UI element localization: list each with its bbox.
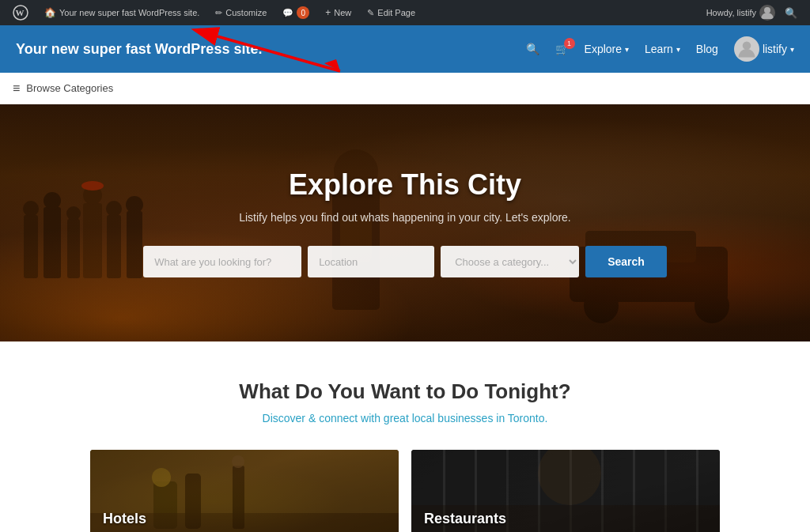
explore-section: What Do You Want to Do Tonight? Discover…	[0, 341, 810, 532]
svg-rect-4	[24, 215, 38, 278]
hero-section: Explore This City Listify helps you find…	[0, 104, 810, 341]
edit-page-button[interactable]: ✎ Edit Page	[361, 0, 422, 25]
nav-blog[interactable]: Blog	[696, 43, 718, 55]
section-subtitle: Discover & connect with great local busi…	[16, 412, 794, 424]
nav-explore[interactable]: Explore ▾	[585, 43, 629, 55]
wp-logo-button[interactable]: W	[6, 0, 35, 25]
svg-rect-13	[107, 215, 121, 278]
hotels-card[interactable]: Hotels	[90, 450, 399, 532]
howdy-text: Howdy, listify	[706, 5, 775, 21]
hero-search-form: Choose a category... Search	[143, 246, 667, 277]
svg-point-14	[106, 201, 122, 217]
comments-count: 0	[297, 6, 309, 19]
browse-categories-button[interactable]: ≡ Browse Categories	[13, 81, 113, 96]
chevron-down-icon: ▾	[676, 45, 680, 54]
restaurants-card[interactable]: Restaurants	[411, 450, 720, 532]
site-name-admin[interactable]: 🏠 Your new super fast WordPress site.	[38, 0, 206, 25]
browse-categories-label: Browse Categories	[26, 82, 113, 94]
site-header: Your new super fast WordPress site. 🔍 🛒 …	[0, 25, 810, 73]
svg-rect-6	[44, 207, 61, 278]
search-location-input[interactable]	[308, 246, 434, 277]
restaurants-label: Restaurants	[411, 501, 519, 532]
user-name: listify	[763, 43, 787, 55]
svg-point-2	[764, 7, 770, 13]
cart-count: 1	[564, 38, 575, 49]
chevron-down-icon: ▾	[790, 45, 794, 54]
new-button[interactable]: + New	[319, 0, 358, 25]
svg-point-5	[23, 201, 39, 217]
nav-explore-label: Explore	[585, 43, 622, 55]
chevron-down-icon: ▾	[625, 45, 629, 54]
customize-button[interactable]: ✏ Customize	[209, 0, 273, 25]
svg-point-22	[584, 289, 619, 323]
svg-point-12	[81, 181, 104, 191]
svg-point-3	[743, 41, 751, 50]
pencil-icon: ✎	[367, 8, 374, 18]
nav-learn[interactable]: Learn ▾	[645, 43, 680, 55]
search-keyword-input[interactable]	[143, 246, 301, 277]
category-select[interactable]: Choose a category...	[441, 246, 579, 277]
comments-button[interactable]: 💬 0	[276, 0, 316, 25]
svg-point-9	[66, 206, 81, 221]
section-title: What Do You Want to Do Tonight?	[16, 379, 794, 404]
nav-learn-label: Learn	[645, 43, 673, 55]
search-button[interactable]: Search	[585, 246, 667, 277]
hotels-label: Hotels	[90, 501, 159, 532]
search-icon-header[interactable]: 🔍	[526, 43, 539, 55]
admin-bar: W 🏠 Your new super fast WordPress site. …	[0, 0, 810, 25]
admin-search-icon[interactable]: 🔍	[778, 7, 804, 19]
hero-subtitle: Listify helps you find out whats happeni…	[143, 211, 667, 224]
site-title: Your new super fast WordPress site.	[16, 41, 526, 58]
nav-blog-label: Blog	[696, 43, 718, 55]
svg-rect-10	[83, 203, 102, 278]
svg-point-7	[44, 192, 61, 209]
hero-title: Explore This City	[143, 168, 667, 202]
hero-content: Explore This City Listify helps you find…	[127, 168, 683, 277]
svg-point-27	[152, 468, 171, 487]
customize-icon: ✏	[215, 8, 222, 18]
svg-point-29	[232, 455, 244, 468]
category-cards: Hotels	[16, 450, 794, 532]
site-name-text: Your new super fast WordPress site.	[59, 8, 199, 17]
cart-button[interactable]: 🛒 1	[555, 43, 569, 55]
svg-text:W: W	[16, 8, 25, 17]
user-avatar	[734, 36, 759, 62]
user-menu[interactable]: listify ▾	[734, 36, 794, 62]
header-nav: 🔍 🛒 1 Explore ▾ Learn ▾ Blog listif	[526, 36, 794, 62]
plus-icon: +	[325, 7, 331, 18]
svg-point-23	[695, 289, 729, 323]
admin-avatar	[759, 5, 775, 21]
house-icon: 🏠	[44, 7, 56, 18]
comment-icon: 💬	[282, 8, 293, 18]
hamburger-icon: ≡	[13, 81, 20, 96]
secondary-nav: ≡ Browse Categories	[0, 73, 810, 104]
svg-rect-8	[67, 219, 80, 278]
